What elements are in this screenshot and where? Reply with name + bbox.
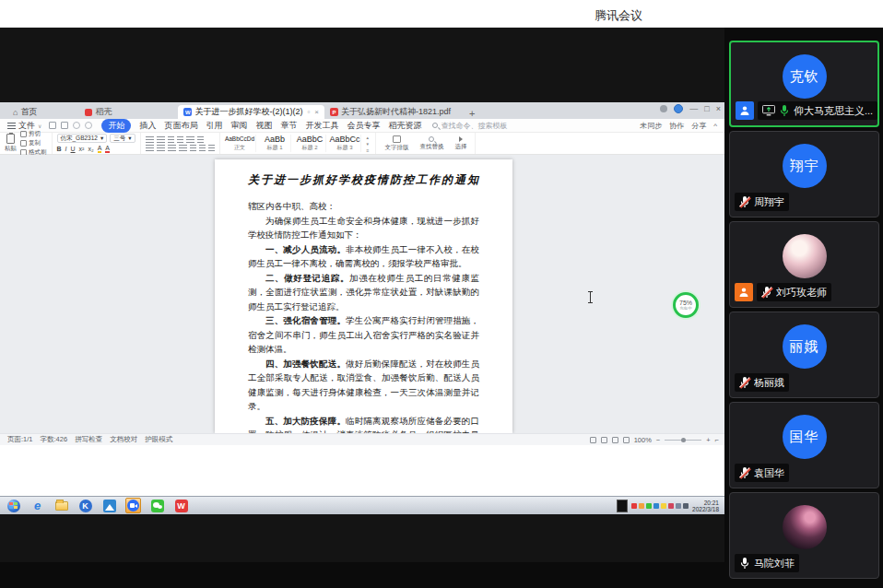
share-button[interactable]: 分享 — [691, 121, 706, 131]
doc-proofing[interactable]: 文档校对 — [110, 435, 137, 444]
tray-window-thumbnail[interactable] — [617, 500, 628, 512]
document-canvas[interactable]: 关于进一步抓好学校疫情防控工作的通知 辖区内各中职、高校： 为确保师生员工生命安… — [0, 155, 724, 433]
tray-volume-icon[interactable] — [676, 503, 681, 509]
new-tab-button[interactable]: + — [469, 108, 475, 119]
fit-page-icon[interactable]: ⌐ — [715, 436, 719, 444]
styles-scroll[interactable]: ▴▾≡ — [365, 135, 371, 153]
sync-status[interactable]: 未同步 — [640, 121, 662, 131]
view-web-icon[interactable] — [612, 437, 618, 443]
numbered-list-icon[interactable] — [157, 136, 165, 143]
taskbar-clock[interactable]: 20:21 2022/3/18 — [692, 500, 723, 512]
tray-yellow-icon[interactable] — [661, 503, 666, 509]
tray-network-icon[interactable] — [683, 503, 689, 509]
select-button[interactable]: 选择 — [451, 136, 470, 151]
superscript-button[interactable]: x² — [79, 146, 85, 152]
word-count[interactable]: 字数:426 — [41, 435, 68, 444]
style-heading1[interactable]: AaBb 标题 1 — [260, 135, 291, 152]
zoom-out-button[interactable]: − — [656, 436, 660, 444]
taskbar-app-mountain[interactable] — [101, 498, 117, 513]
globe-icon[interactable] — [674, 104, 683, 113]
zoom-slider[interactable] — [665, 440, 701, 441]
taskbar-app-k[interactable]: K — [77, 498, 93, 513]
tray-blue-icon[interactable] — [653, 503, 659, 509]
style-heading3[interactable]: AaBbCc 标题 3 — [330, 135, 361, 152]
tray-green-icon[interactable] — [646, 503, 652, 509]
align-center-icon[interactable] — [157, 145, 165, 151]
menu-start[interactable]: 开始 — [101, 119, 131, 133]
tray-orange-icon[interactable] — [639, 503, 644, 509]
highlight-color-button[interactable]: A — [98, 145, 102, 153]
menu-section[interactable]: 章节 — [280, 120, 297, 132]
font-size-select[interactable]: 三号▾ — [110, 134, 135, 143]
bullet-list-icon[interactable] — [146, 136, 154, 143]
zoom-slider-knob[interactable] — [681, 438, 686, 442]
save-icon[interactable] — [49, 122, 56, 129]
font-name-select[interactable]: 仿宋_GB2312▾ — [57, 134, 108, 143]
spell-check[interactable]: 拼写检查 — [75, 435, 102, 444]
zoom-in-button[interactable]: + — [706, 436, 710, 444]
underline-button[interactable]: U — [71, 146, 76, 152]
tab-home[interactable]: ⌂ 首页 — [7, 105, 42, 119]
align-left-icon[interactable] — [146, 145, 154, 151]
undo-icon[interactable] — [73, 122, 80, 129]
tray-icons[interactable] — [631, 503, 689, 509]
tray-qq-icon[interactable] — [668, 503, 674, 509]
view-page-icon[interactable] — [590, 437, 596, 443]
taskbar-wps[interactable]: W — [173, 498, 189, 513]
outdent-icon[interactable] — [168, 136, 174, 143]
taskbar-explorer[interactable] — [53, 498, 69, 513]
tab-close-icon[interactable]: × — [314, 108, 319, 116]
print-icon[interactable] — [61, 122, 68, 129]
sort-icon[interactable] — [197, 136, 204, 143]
line-spacing-icon[interactable] — [190, 145, 196, 151]
find-replace-button[interactable]: 查找替换 — [416, 136, 447, 151]
menu-dev-tools[interactable]: 开发工具 — [305, 120, 338, 132]
participant-tile[interactable]: 国华 袁国华 — [729, 402, 879, 488]
menu-references[interactable]: 引用 — [206, 120, 222, 132]
view-fullscreen-icon[interactable] — [623, 437, 630, 443]
shading-icon[interactable] — [199, 145, 206, 151]
style-heading2[interactable]: AaBbC 标题 2 — [295, 135, 326, 152]
taskbar-meeting-active[interactable] — [125, 498, 141, 513]
align-right-icon[interactable] — [168, 145, 176, 151]
minimize-button[interactable]: — — [689, 104, 698, 113]
text-layout-button[interactable]: 文字排版 — [381, 135, 412, 152]
menu-insert[interactable]: 插入 — [139, 120, 156, 132]
participant-tile[interactable]: 翔宇 周翔宇 — [729, 131, 879, 218]
battery-widget[interactable]: 75% 充电中 — [673, 292, 699, 318]
participant-tile[interactable]: 丽娥 杨丽娥 — [729, 312, 879, 398]
tab-document-active[interactable]: W 关于进一步抓好学校-(2)(1)(2) ▫ × — [178, 105, 324, 119]
border-icon[interactable] — [208, 145, 215, 151]
redo-icon[interactable] — [85, 122, 92, 129]
ribbon-collapse-icon[interactable]: ^ — [713, 122, 717, 130]
menu-docer-res[interactable]: 稻壳资源 — [388, 120, 421, 132]
user-avatar-icon[interactable] — [660, 105, 667, 112]
menu-view[interactable]: 视图 — [255, 120, 272, 132]
indent-icon[interactable] — [177, 136, 183, 143]
menu-review[interactable]: 审阅 — [230, 120, 247, 132]
document-page[interactable]: 关于进一步抓好学校疫情防控工作的通知 辖区内各中职、高校： 为确保师生员工生命安… — [215, 159, 512, 433]
participant-tile[interactable]: 克钦 仰大马克思主义... — [729, 41, 879, 127]
italic-button[interactable]: I — [65, 146, 67, 152]
maximize-button[interactable]: □ — [704, 104, 709, 113]
tray-wps-icon[interactable] — [631, 503, 637, 509]
tab-pin-icon[interactable]: ▫ — [307, 108, 310, 116]
menu-member[interactable]: 会员专享 — [347, 120, 380, 132]
cut-button[interactable]: 剪切 — [20, 130, 47, 138]
align-justify-icon[interactable] — [179, 145, 187, 151]
view-outline-icon[interactable] — [601, 437, 607, 443]
font-color-button[interactable]: A — [105, 145, 110, 153]
participant-tile[interactable]: 刘巧玫老师 — [729, 221, 879, 308]
show-marks-icon[interactable] — [186, 136, 194, 143]
tab-docer[interactable]: 稻壳 — [79, 105, 117, 119]
command-search[interactable]: 查找命令、搜索模板 — [432, 121, 507, 131]
copy-button[interactable]: 复制 — [20, 139, 47, 147]
start-button[interactable] — [6, 498, 21, 513]
participant-tile[interactable]: 马院刘菲 — [729, 492, 879, 579]
taskbar-ie[interactable]: e — [29, 498, 45, 513]
menu-page-layout[interactable]: 页面布局 — [164, 120, 197, 132]
close-button[interactable]: × — [716, 104, 721, 113]
collaborate-button[interactable]: 协作 — [669, 121, 684, 131]
tab-document-pdf[interactable]: P 关于弘扬新时代精神-1821.pdf — [324, 105, 456, 119]
paste-button[interactable]: 粘贴 — [5, 134, 17, 153]
